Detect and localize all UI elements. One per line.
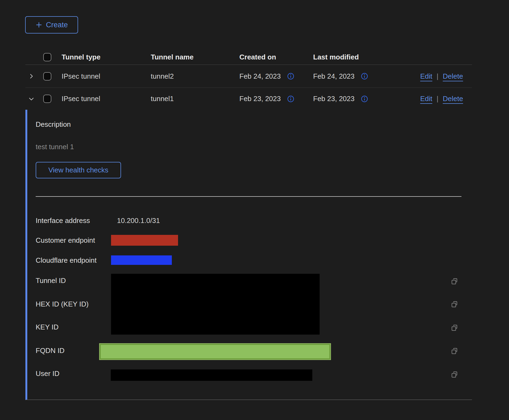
cloudflare-endpoint-redacted-value bbox=[111, 255, 172, 265]
copy-tunnel-id-button[interactable] bbox=[451, 278, 458, 285]
last-modified-value: Feb 24, 2023 bbox=[313, 72, 354, 81]
info-icon[interactable] bbox=[361, 73, 368, 80]
last-modified-value: Feb 23, 2023 bbox=[313, 95, 354, 103]
row-actions: Edit | Delete bbox=[420, 95, 472, 103]
created-on-cell: Feb 24, 2023 bbox=[239, 72, 313, 81]
tunnels-table: Tunnel type Tunnel name Created on Last … bbox=[25, 50, 472, 110]
tunnel-name-cell: tunnel2 bbox=[151, 72, 239, 81]
plus-icon bbox=[35, 21, 42, 28]
edit-link[interactable]: Edit bbox=[420, 95, 432, 103]
hex-id-label: HEX ID (KEY ID) bbox=[36, 299, 89, 309]
key-id-label: KEY ID bbox=[36, 322, 59, 332]
interface-address-label: Interface address bbox=[36, 216, 90, 225]
created-on-cell: Feb 23, 2023 bbox=[239, 95, 313, 103]
view-health-checks-button[interactable]: View health checks bbox=[36, 162, 121, 178]
actions-separator: | bbox=[437, 72, 438, 81]
copy-icon bbox=[451, 278, 458, 285]
row-checkbox[interactable] bbox=[43, 72, 51, 81]
customer-endpoint-label: Customer endpoint bbox=[36, 236, 95, 245]
tunnel-name-cell: tunnel1 bbox=[151, 95, 239, 103]
header-tunnel-name: Tunnel name bbox=[151, 53, 239, 61]
tunnel-type-cell: IPsec tunnel bbox=[62, 72, 151, 81]
view-health-checks-label: View health checks bbox=[48, 166, 108, 174]
select-all-checkbox[interactable] bbox=[43, 53, 51, 61]
customer-endpoint-redacted-value bbox=[111, 235, 178, 246]
actions-separator: | bbox=[437, 95, 438, 103]
header-tunnel-type: Tunnel type bbox=[62, 53, 151, 61]
header-created-on: Created on bbox=[239, 53, 313, 61]
create-button[interactable]: Create bbox=[25, 16, 78, 34]
user-id-redacted-value bbox=[111, 369, 312, 381]
tunnel-id-label: Tunnel ID bbox=[36, 276, 66, 285]
info-icon[interactable] bbox=[287, 73, 294, 80]
tunnels-page: Create Tunnel type Tunnel name Created o… bbox=[0, 0, 509, 420]
delete-link[interactable]: Delete bbox=[443, 95, 463, 103]
created-on-value: Feb 24, 2023 bbox=[239, 72, 281, 81]
header-last-modified: Last modified bbox=[313, 53, 416, 61]
delete-link[interactable]: Delete bbox=[443, 72, 463, 81]
copy-icon bbox=[451, 348, 458, 355]
edit-link[interactable]: Edit bbox=[420, 72, 432, 81]
copy-user-id-button[interactable] bbox=[451, 371, 458, 378]
row-checkbox[interactable] bbox=[43, 95, 51, 103]
copy-icon bbox=[451, 301, 458, 308]
copy-key-id-button[interactable] bbox=[451, 324, 458, 331]
detail-divider bbox=[36, 196, 461, 197]
row-actions: Edit | Delete bbox=[420, 72, 472, 81]
user-id-label: User ID bbox=[36, 369, 59, 378]
create-button-label: Create bbox=[46, 21, 68, 29]
table-row: IPsec tunnel tunnel2 Feb 24, 2023 Feb 24… bbox=[25, 65, 472, 88]
last-modified-cell: Feb 24, 2023 bbox=[313, 72, 416, 81]
copy-hex-id-button[interactable] bbox=[451, 301, 458, 308]
collapse-row-button[interactable] bbox=[25, 96, 43, 102]
table-row: IPsec tunnel tunnel1 Feb 23, 2023 Feb 23… bbox=[25, 88, 472, 110]
chevron-down-icon bbox=[28, 96, 35, 102]
tunnel-type-cell: IPsec tunnel bbox=[62, 95, 151, 103]
info-icon[interactable] bbox=[361, 95, 368, 102]
copy-fqdn-id-button[interactable] bbox=[451, 348, 458, 355]
chevron-right-icon bbox=[28, 73, 35, 79]
interface-address-value: 10.200.1.0/31 bbox=[117, 216, 160, 225]
created-on-value: Feb 23, 2023 bbox=[239, 95, 281, 103]
description-value: test tunnel 1 bbox=[36, 143, 74, 151]
description-label: Description bbox=[36, 120, 71, 129]
info-icon[interactable] bbox=[287, 95, 294, 102]
fqdn-id-label: FQDN ID bbox=[36, 346, 65, 355]
cloudflare-endpoint-label: Cloudflare endpoint bbox=[36, 256, 97, 265]
last-modified-cell: Feb 23, 2023 bbox=[313, 95, 416, 103]
ids-redacted-values bbox=[111, 274, 320, 335]
fqdn-id-redacted-value bbox=[100, 344, 330, 359]
copy-icon bbox=[451, 371, 458, 378]
copy-icon bbox=[451, 324, 458, 331]
expand-row-button[interactable] bbox=[25, 73, 43, 79]
table-header-row: Tunnel type Tunnel name Created on Last … bbox=[25, 50, 472, 65]
tunnel-detail-panel: Description test tunnel 1 View health ch… bbox=[25, 110, 472, 400]
